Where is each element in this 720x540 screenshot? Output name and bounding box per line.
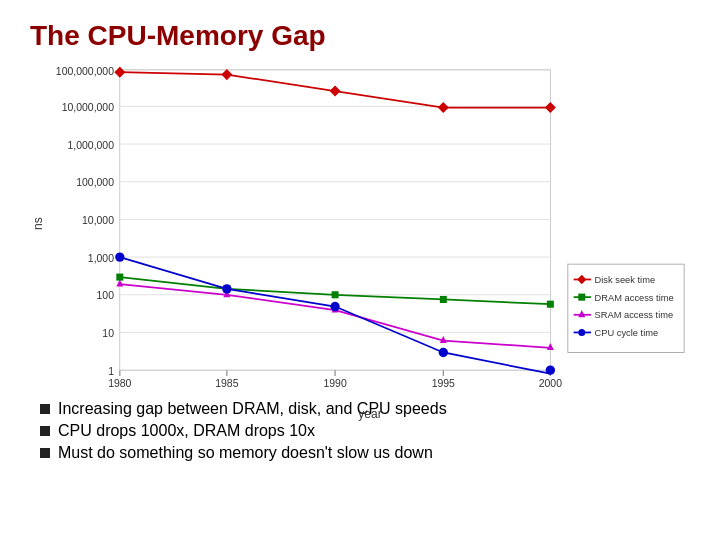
svg-point-46: [330, 302, 339, 311]
svg-point-48: [546, 365, 555, 374]
bullet-icon: [40, 426, 50, 436]
page: The CPU-Memory Gap ns: [0, 0, 720, 540]
svg-text:SRAM access time: SRAM access time: [595, 310, 674, 320]
svg-point-45: [222, 284, 231, 293]
svg-text:10,000,000: 10,000,000: [62, 101, 114, 113]
svg-point-44: [115, 252, 124, 261]
svg-text:1980: 1980: [108, 377, 131, 389]
list-item: CPU drops 1000x, DRAM drops 10x: [40, 422, 690, 440]
chart-wrapper: 1 10 100 1,000 10,000 100,000 1,000,000 …: [50, 64, 690, 384]
svg-text:100,000,000: 100,000,000: [56, 65, 114, 77]
svg-rect-36: [332, 291, 339, 298]
svg-text:1985: 1985: [215, 377, 238, 389]
svg-text:10: 10: [102, 327, 114, 339]
svg-text:100: 100: [97, 289, 115, 301]
page-title: The CPU-Memory Gap: [30, 20, 690, 52]
svg-rect-38: [547, 301, 554, 308]
svg-point-60: [578, 329, 585, 336]
svg-rect-54: [578, 294, 585, 301]
svg-text:1,000: 1,000: [88, 252, 114, 264]
svg-text:Disk seek time: Disk seek time: [595, 275, 655, 285]
svg-text:1995: 1995: [432, 377, 455, 389]
svg-text:DRAM access time: DRAM access time: [595, 293, 674, 303]
svg-text:2000: 2000: [539, 377, 562, 389]
bullet-text: CPU drops 1000x, DRAM drops 10x: [58, 422, 315, 440]
list-item: Must do something so memory doesn't slow…: [40, 444, 690, 462]
bullet-icon: [40, 404, 50, 414]
svg-text:1: 1: [108, 365, 114, 377]
chart-svg-container: 1 10 100 1,000 10,000 100,000 1,000,000 …: [50, 64, 690, 405]
x-axis-label: year: [50, 407, 690, 421]
svg-text:1990: 1990: [323, 377, 346, 389]
bullet-icon: [40, 448, 50, 458]
chart-svg: 1 10 100 1,000 10,000 100,000 1,000,000 …: [50, 64, 690, 405]
svg-text:10,000: 10,000: [82, 214, 114, 226]
svg-point-47: [439, 348, 448, 357]
svg-rect-37: [440, 296, 447, 303]
svg-text:100,000: 100,000: [76, 176, 114, 188]
y-axis-label: ns: [30, 64, 46, 384]
bullet-text: Must do something so memory doesn't slow…: [58, 444, 433, 462]
svg-text:CPU cycle time: CPU cycle time: [595, 328, 659, 338]
chart-area: ns: [30, 64, 690, 384]
svg-rect-0: [120, 70, 551, 370]
svg-text:1,000,000: 1,000,000: [67, 139, 114, 151]
